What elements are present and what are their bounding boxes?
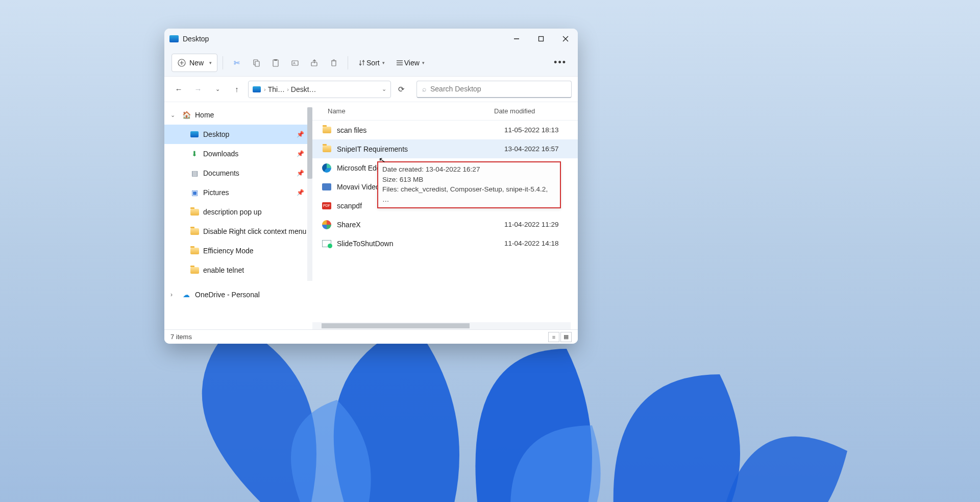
file-explorer-window: Desktop New ✄ A Sor	[164, 29, 578, 344]
view-button[interactable]: View	[391, 54, 429, 72]
up-button[interactable]: ↑	[229, 81, 245, 98]
sort-button[interactable]: Sort	[353, 54, 389, 72]
more-button[interactable]: •••	[550, 54, 571, 72]
svg-rect-1	[539, 37, 544, 41]
home-icon: 🏠	[182, 110, 191, 119]
cut-button[interactable]: ✄	[228, 54, 246, 72]
svg-rect-10	[274, 59, 277, 61]
file-row[interactable]: SlideToShutDown 11-04-2022 14:18	[312, 234, 578, 253]
pin-icon[interactable]: 📌	[297, 131, 304, 138]
folder-icon	[322, 125, 332, 135]
scrollbar-thumb[interactable]	[307, 107, 312, 179]
search-icon: ⌕	[422, 85, 426, 93]
arrow-up-icon: ↑	[235, 85, 239, 93]
sidebar-item-folder[interactable]: enable telnet	[164, 260, 312, 280]
search-box[interactable]: ⌕	[416, 81, 572, 98]
back-button[interactable]: ←	[170, 81, 187, 98]
info-tooltip: Date created: 13-04-2022 16:27 Size: 613…	[377, 161, 561, 208]
separator	[223, 56, 223, 69]
sidebar-item-folder[interactable]: description pop up	[164, 202, 312, 222]
scissors-icon: ✄	[232, 58, 241, 67]
column-name[interactable]: Name	[328, 107, 494, 115]
delete-button[interactable]	[325, 54, 342, 72]
column-date[interactable]: Date modified	[494, 107, 578, 115]
shutdown-icon	[322, 238, 332, 249]
share-button[interactable]	[306, 54, 323, 72]
sharex-icon	[322, 220, 332, 230]
address-bar[interactable]: › Thi… › Deskt… ⌄	[248, 81, 391, 98]
search-input[interactable]	[430, 85, 566, 93]
sidebar-item-onedrive[interactable]: ☁ OneDrive - Personal	[164, 285, 312, 304]
video-icon	[322, 182, 332, 192]
window-title: Desktop	[183, 35, 504, 43]
folder-icon	[190, 246, 199, 255]
sidebar-item-pictures[interactable]: ▣ Pictures 📌	[164, 183, 312, 202]
h-scrollbar-thumb[interactable]	[322, 323, 470, 328]
tooltip-line: Date created: 13-04-2022 16:27	[382, 164, 556, 175]
document-icon: ▤	[190, 169, 199, 178]
edge-icon	[322, 163, 332, 173]
app-icon	[169, 35, 179, 42]
svg-text:A: A	[293, 61, 296, 65]
pin-icon[interactable]: 📌	[297, 170, 304, 177]
picture-icon: ▣	[190, 188, 199, 197]
sidebar-item-documents[interactable]: ▤ Documents 📌	[164, 163, 312, 183]
copy-icon	[252, 58, 261, 67]
pdf-icon: PDF	[322, 201, 332, 211]
file-row[interactable]: ShareX 11-04-2022 11:29	[312, 215, 578, 234]
maximize-icon	[538, 36, 544, 42]
desktop-icon	[190, 130, 199, 139]
details-view-button[interactable]: ≡	[548, 332, 559, 342]
navbar: ← → ⌄ ↑ › Thi… › Deskt… ⌄ ⟳ ⌕	[164, 77, 578, 102]
titlebar[interactable]: Desktop	[164, 29, 578, 49]
item-count: 7 items	[170, 333, 192, 341]
chevron-right-icon: ›	[287, 86, 289, 92]
rename-button[interactable]: A	[286, 54, 304, 72]
folder-icon	[190, 266, 199, 275]
new-button[interactable]: New	[172, 54, 217, 72]
sort-indicator-icon: ⌃	[394, 102, 398, 103]
file-list: ⌃ Name Date modified scan files 11-05-20…	[312, 102, 578, 329]
list-icon: ≡	[552, 334, 555, 340]
file-row[interactable]: scan files 11-05-2022 18:13	[312, 121, 578, 139]
arrow-left-icon: ←	[175, 85, 183, 93]
breadcrumb-seg[interactable]: Thi…	[268, 85, 285, 93]
close-button[interactable]	[553, 29, 578, 49]
sidebar-item-desktop[interactable]: Desktop 📌	[164, 125, 312, 144]
breadcrumb-seg[interactable]: Deskt…	[291, 85, 316, 93]
tiles-view-button[interactable]: ▦	[560, 332, 572, 342]
refresh-button[interactable]: ⟳	[393, 81, 409, 98]
forward-button[interactable]: →	[190, 81, 206, 98]
copy-button[interactable]	[248, 54, 265, 72]
status-bar: 7 items ≡ ▦	[164, 329, 578, 344]
sidebar-item-home[interactable]: 🏠 Home	[164, 105, 312, 125]
sort-icon	[357, 58, 366, 67]
minimize-icon	[513, 36, 520, 42]
folder-icon	[190, 227, 199, 236]
recent-button[interactable]: ⌄	[209, 81, 226, 98]
folder-icon	[322, 144, 332, 154]
svg-rect-8	[255, 61, 259, 66]
sidebar-item-downloads[interactable]: ⬇ Downloads 📌	[164, 144, 312, 163]
toolbar: New ✄ A Sort View •••	[164, 49, 578, 77]
file-row[interactable]: SnipeIT Requirements 13-04-2022 16:57	[312, 139, 578, 158]
refresh-icon: ⟳	[398, 85, 405, 94]
sidebar-item-folder[interactable]: Efficiency Mode	[164, 241, 312, 260]
tooltip-line: Files: check_vcredist, Composer-Setup, s…	[382, 184, 556, 204]
minimize-button[interactable]	[504, 29, 529, 49]
pin-icon[interactable]: 📌	[297, 189, 304, 196]
plus-icon	[177, 58, 186, 67]
cloud-icon: ☁	[182, 290, 191, 299]
close-icon	[562, 36, 569, 42]
download-icon: ⬇	[190, 149, 199, 158]
share-icon	[310, 58, 319, 67]
clipboard-icon	[271, 58, 280, 67]
maximize-button[interactable]	[529, 29, 553, 49]
ellipsis-icon: •••	[554, 57, 567, 68]
chevron-down-icon[interactable]: ⌄	[382, 86, 386, 92]
rename-icon: A	[290, 58, 300, 67]
folder-icon	[190, 207, 199, 217]
sidebar-item-folder[interactable]: Disable Right click context menu	[164, 222, 312, 241]
pin-icon[interactable]: 📌	[297, 150, 304, 157]
paste-button[interactable]	[267, 54, 284, 72]
